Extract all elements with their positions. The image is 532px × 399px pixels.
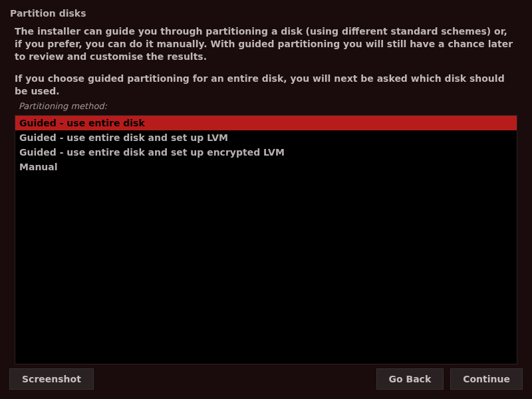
partitioning-method-label: Partitioning method: — [15, 101, 517, 111]
screenshot-button[interactable]: Screenshot — [9, 368, 94, 390]
sub-description-text: If you choose guided partitioning for an… — [15, 72, 517, 98]
main-content: The installer can guide you through part… — [0, 25, 532, 364]
go-back-button[interactable]: Go Back — [376, 368, 444, 390]
page-title: Partition disks — [0, 0, 532, 25]
option-guided-entire-disk[interactable]: Guided - use entire disk — [15, 116, 517, 130]
bottom-bar: Screenshot Go Back Continue — [9, 368, 523, 390]
continue-button[interactable]: Continue — [450, 368, 523, 390]
option-manual[interactable]: Manual — [15, 160, 517, 174]
bottom-right-buttons: Go Back Continue — [376, 368, 523, 390]
description-text: The installer can guide you through part… — [15, 25, 517, 63]
option-guided-encrypted-lvm[interactable]: Guided - use entire disk and set up encr… — [15, 145, 517, 160]
option-guided-lvm[interactable]: Guided - use entire disk and set up LVM — [15, 130, 517, 145]
partitioning-options-list: Guided - use entire disk Guided - use en… — [15, 115, 517, 364]
